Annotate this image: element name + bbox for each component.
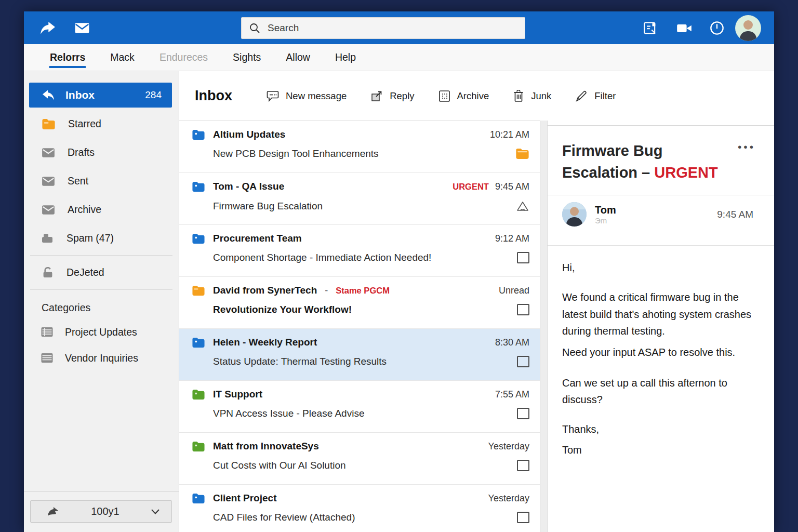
body-paragraph: Hi, — [562, 259, 753, 276]
sidebar-item-label: Sent — [68, 175, 88, 187]
message-time: 9:45 AM — [717, 209, 753, 220]
sidebar-item-label: DeJeted — [66, 267, 104, 278]
lock-icon — [42, 267, 54, 278]
email-checkbox[interactable] — [517, 408, 529, 419]
new-message-button[interactable]: New message — [267, 90, 347, 102]
email-list: Altium Updates 10:21 AM New PCB Design T… — [179, 121, 540, 532]
body-paragraph: We found a critical firmware bug in the … — [562, 289, 753, 339]
email-sender: IT Support — [213, 389, 262, 400]
email-sender: Client Project — [213, 493, 276, 504]
email-time: 8:30 AM — [495, 337, 529, 348]
email-time: Yesterday — [488, 441, 529, 452]
sidebar-item-starred[interactable]: Starred — [24, 110, 179, 138]
message-sender-row: Tom Эm 9:45 AM — [562, 195, 753, 234]
email-time: 9:45 AM — [495, 181, 529, 192]
menu-tab-1[interactable]: Mack — [98, 44, 147, 71]
body-paragraph: Can we set up a call this afternon to di… — [562, 375, 753, 408]
email-subject: Component Shortage - Immediate Action Ne… — [213, 252, 431, 263]
sidebar-item-drafts[interactable]: Drafts — [24, 138, 179, 167]
email-subject: New PCB Design Tool Enhancements — [213, 148, 379, 159]
sidebar-item-inbox[interactable]: Inbox 284 — [29, 83, 172, 108]
email-checkbox[interactable] — [517, 356, 529, 367]
spam-icon — [42, 233, 54, 244]
menu-bar: Relorrs Mack Endureces Sights Allow Help — [24, 44, 774, 71]
email-row[interactable]: Tom - QA Issue URGENT 9:45 AM Firmware B… — [179, 173, 540, 225]
email-row[interactable]: Altium Updates 10:21 AM New PCB Design T… — [179, 121, 540, 173]
category-list-icon — [41, 353, 54, 363]
sender-avatar — [562, 202, 587, 227]
user-avatar[interactable] — [735, 15, 761, 41]
filter-button[interactable]: Filter — [575, 90, 616, 102]
junk-button[interactable]: Junk — [513, 90, 551, 102]
body-paragraph: Thanks, — [562, 421, 753, 437]
email-sender: Helen - Weekly Report — [213, 337, 317, 348]
archive-icon — [438, 90, 450, 102]
sender-separator: - — [325, 285, 328, 296]
reply-button[interactable]: Reply — [370, 90, 414, 102]
email-time: Yesterday — [488, 493, 529, 504]
trash-icon — [513, 90, 524, 102]
email-row[interactable]: Client Project Yesterday CAD Files for R… — [179, 485, 540, 532]
info-icon[interactable] — [710, 21, 724, 35]
mail-app-window: Relorrs Mack Endureces Sights Allow Help… — [24, 11, 774, 532]
sidebar-item-spam[interactable]: Spam (47) — [24, 224, 179, 252]
pane-divider — [540, 121, 548, 532]
sidebar-item-sent[interactable]: Sent — [24, 167, 179, 195]
email-status: Unread — [499, 285, 529, 296]
email-checkbox[interactable] — [517, 252, 529, 263]
mail-icon[interactable] — [74, 22, 90, 34]
footer-dropdown-label: 100у1 — [60, 506, 151, 517]
email-row[interactable]: Procurement Team 9:12 AM Component Short… — [179, 225, 540, 277]
sidebar-item-archive[interactable]: Archive — [24, 195, 179, 224]
email-sender: Matt from InnovateSys — [213, 441, 319, 452]
menu-tab-0[interactable]: Relorrs — [37, 44, 98, 71]
spam-tag: Stame PGCM — [336, 286, 390, 296]
sidebar-item-vendor-inquiries[interactable]: Vendor Inquiries — [24, 345, 179, 371]
email-time: 9:12 AM — [495, 233, 529, 244]
email-checkbox[interactable] — [517, 304, 529, 315]
archive-button[interactable]: Archive — [438, 90, 489, 102]
top-app-bar — [24, 11, 774, 44]
email-row-selected[interactable]: Helen - Weekly Report 8:30 AM Status Upd… — [179, 329, 540, 381]
reading-pane: Firmware Bug Escalation – URGENT ••• Tom… — [548, 121, 774, 532]
email-subject: VPN Access Issue - Please Advise — [213, 408, 364, 419]
inbox-arrow-icon — [42, 89, 55, 101]
filed-folder-icon — [515, 148, 529, 159]
folder-icon — [192, 389, 205, 400]
email-row[interactable]: David from SynerTech - Stame PGCM Unread… — [179, 277, 540, 329]
sidebar-item-project-updates[interactable]: Project Updates — [24, 319, 179, 345]
email-sender: Tom - QA Issue — [213, 181, 284, 192]
search-input[interactable] — [268, 22, 517, 34]
starred-folder-icon — [42, 118, 56, 130]
email-subject: Status Update: Thermal Testing Results — [213, 356, 387, 367]
more-options-icon[interactable]: ••• — [738, 141, 755, 153]
folder-icon — [192, 337, 205, 348]
sidebar-item-dejeted[interactable]: DeJeted — [24, 258, 179, 287]
folder-icon — [192, 493, 205, 504]
email-row[interactable]: Matt from InnovateSys Yesterday Cut Cost… — [179, 433, 540, 485]
message-body: Hi, We found a critical firmware bug in … — [562, 259, 753, 459]
menu-tab-3[interactable]: Sights — [220, 44, 273, 71]
email-checkbox[interactable] — [517, 460, 529, 471]
sidebar-item-label: Archive — [68, 204, 101, 216]
folder-icon — [192, 441, 205, 452]
contact-card-icon[interactable] — [643, 21, 658, 35]
urgent-text: URGENT — [654, 164, 717, 181]
footer-dropdown[interactable]: 100у1 — [30, 500, 172, 523]
menu-tab-5[interactable]: Help — [323, 44, 368, 71]
menu-tab-2[interactable]: Endureces — [147, 44, 220, 71]
search-box[interactable] — [241, 17, 525, 39]
video-icon[interactable] — [676, 22, 692, 34]
email-checkbox[interactable] — [517, 512, 529, 523]
menu-tab-4[interactable]: Allow — [273, 44, 323, 71]
footer-dropdown-icon — [46, 506, 60, 517]
email-subject: Cut Costs with Our AI Solution — [213, 460, 346, 471]
email-time: 10:21 AM — [490, 129, 529, 140]
email-subject: Revolutionize Your Workflow! — [213, 304, 352, 315]
envelope-icon — [42, 176, 55, 187]
body-paragraph: Tom — [562, 442, 753, 458]
reply-icon — [370, 90, 383, 102]
email-row[interactable]: IT Support 7:55 AM VPN Access Issue - Pl… — [179, 381, 540, 433]
sender-name: Tom — [595, 204, 616, 216]
forward-icon[interactable] — [39, 21, 56, 35]
